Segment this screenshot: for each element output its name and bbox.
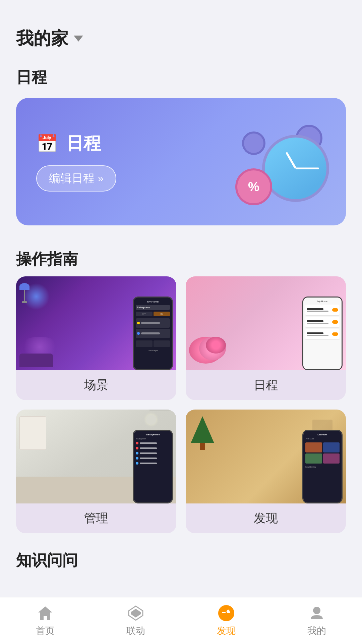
- home-title[interactable]: 我的家: [16, 27, 68, 50]
- schedule-banner: 📅 日程 编辑日程 » %: [16, 98, 346, 225]
- lamp-shape: [21, 283, 28, 303]
- dropdown-arrow[interactable]: [74, 36, 83, 42]
- guide-card-schedule-label: 日程: [186, 370, 346, 400]
- svg-marker-2: [131, 609, 141, 618]
- schedule-bg: My Home: [186, 276, 346, 370]
- guide-card-scene-image: My Home Livingroom OFF ON: [16, 276, 176, 370]
- nav-label-automation: 联动: [126, 625, 145, 637]
- nav-item-profile[interactable]: 我的: [301, 601, 333, 641]
- phone-header: My Home: [136, 300, 170, 304]
- nav-label-discover: 发现: [217, 625, 236, 637]
- guide-card-schedule-image: My Home: [186, 276, 346, 370]
- discover-icon-container: [218, 604, 235, 622]
- manage-dot-5: [136, 462, 138, 465]
- schedule-banner-title: 日程: [66, 132, 101, 155]
- svg-point-6: [313, 607, 320, 614]
- manage-dot-3: [136, 452, 138, 454]
- guide-card-discover-image: Discover APP Guide Smart Lighting: [186, 410, 346, 503]
- edit-schedule-button[interactable]: 编辑日程 »: [36, 165, 116, 192]
- home-icon: [38, 606, 53, 621]
- profile-icon: [309, 605, 325, 621]
- nav-item-discover[interactable]: 发现: [210, 601, 242, 641]
- scene-bg: My Home Livingroom OFF ON: [16, 276, 176, 370]
- guide-card-schedule[interactable]: My Home: [186, 276, 346, 400]
- compass-icon: [222, 608, 231, 618]
- manage-dot-2: [136, 447, 138, 449]
- nav-label-profile: 我的: [307, 625, 326, 637]
- schedule-section-label: 日程: [0, 57, 362, 95]
- pst-l1: [307, 308, 323, 310]
- manage-item-2: [136, 446, 170, 450]
- s-text-1: [307, 308, 331, 312]
- text-1: [141, 322, 160, 324]
- kitchen-cabinet: [19, 416, 46, 450]
- edit-arrows-icon: »: [98, 173, 104, 184]
- header: 我的家: [0, 0, 362, 57]
- manage-item-4: [136, 456, 170, 460]
- automation-icon: [128, 605, 143, 621]
- svg-rect-5: [227, 612, 230, 613]
- clock-minute-hand: [296, 168, 319, 169]
- phone-manage: Management Livingroom: [133, 430, 173, 503]
- lamp-top: [19, 283, 29, 290]
- manage-text-1: [140, 442, 157, 444]
- phone-schedule: My Home: [302, 297, 343, 370]
- svg-rect-4: [222, 612, 226, 613]
- phone-scene-screen: My Home Livingroom OFF ON: [134, 298, 172, 369]
- clock-body: [262, 135, 329, 202]
- pst-l6: [307, 335, 328, 336]
- guide-card-manage-label: 管理: [16, 503, 176, 533]
- manage-bg: Management Livingroom: [16, 410, 176, 503]
- discover-cell-4: [323, 453, 340, 464]
- home-icon-container: [37, 604, 54, 622]
- discover-bg: Discover APP Guide Smart Lighting: [186, 410, 346, 503]
- nav-item-home[interactable]: 首页: [29, 601, 61, 641]
- dot-1: [137, 322, 140, 324]
- phone-item-1: [136, 318, 170, 328]
- guide-section-label: 操作指南: [0, 239, 362, 276]
- toggle-2: [332, 320, 338, 324]
- s-text-2: [307, 320, 331, 324]
- schedule-title-row: 📅 日程: [36, 132, 116, 155]
- schedule-banner-icon: 📅: [36, 133, 58, 154]
- clock-percent-badge: %: [235, 168, 272, 205]
- s-text-3: [307, 332, 331, 336]
- manage-dot-1: [136, 442, 138, 444]
- clock-illustration: %: [235, 115, 329, 209]
- pst-l3: [307, 320, 323, 322]
- schedule-content: 📅 日程 编辑日程 »: [36, 132, 116, 192]
- guide-grid: My Home Livingroom OFF ON: [0, 276, 362, 547]
- phone-scene: My Home Livingroom OFF ON: [133, 297, 173, 370]
- phone-discover-screen: Discover APP Guide Smart Lighting: [303, 431, 342, 502]
- guide-card-discover[interactable]: Discover APP Guide Smart Lighting 发现: [186, 410, 346, 533]
- pst-l4: [307, 323, 328, 324]
- bottom-nav: 首页 联动 发现: [0, 597, 362, 644]
- discover-cell-2: [323, 442, 340, 452]
- nav-item-automation[interactable]: 联动: [120, 601, 152, 641]
- discover-cell-3: [305, 453, 322, 464]
- clock-bell-left: [242, 131, 265, 155]
- manage-text-3: [140, 452, 157, 454]
- nav-label-home: 首页: [36, 625, 55, 637]
- schedule-item-3: [305, 329, 340, 339]
- discover-cell-1: [305, 442, 322, 452]
- manage-text-2: [140, 447, 157, 449]
- phone-discover: Discover APP Guide Smart Lighting: [302, 430, 343, 503]
- guide-card-manage[interactable]: Management Livingroom: [16, 410, 176, 533]
- manage-text-5: [140, 463, 157, 464]
- phone-s2-header: My Home: [305, 300, 340, 303]
- text-2: [141, 332, 160, 334]
- schedule-item-1: [305, 305, 340, 315]
- manage-item-3: [136, 451, 170, 455]
- knowledge-section: 知识问问: [0, 547, 362, 571]
- sofa-shape: [19, 354, 53, 367]
- manage-text-4: [140, 458, 157, 459]
- guide-card-manage-image: Management Livingroom: [16, 410, 176, 503]
- svg-marker-0: [38, 606, 52, 620]
- clock-hour-hand: [286, 152, 297, 169]
- guide-card-scene-label: 场景: [16, 370, 176, 400]
- phone-schedule-screen: My Home: [303, 298, 342, 369]
- schedule-item-2: [305, 317, 340, 327]
- profile-icon-container: [308, 604, 325, 622]
- guide-card-scene[interactable]: My Home Livingroom OFF ON: [16, 276, 176, 400]
